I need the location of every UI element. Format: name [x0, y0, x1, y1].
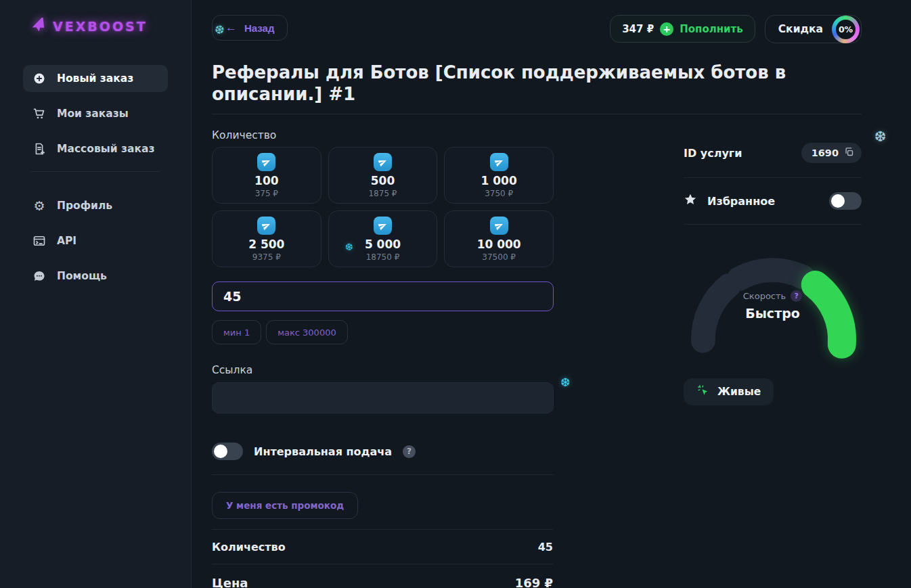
- interval-row: Интервальная подача ?: [212, 443, 554, 460]
- min-badge: мин 1: [212, 320, 261, 344]
- interval-label: Интервальная подача: [254, 445, 392, 458]
- discount-badge[interactable]: Скидка 0%: [765, 15, 862, 43]
- quantity-preset-card[interactable]: 10 000 37500 ₽: [444, 210, 554, 267]
- star-icon: [684, 193, 697, 209]
- telegram-icon: [374, 153, 392, 171]
- sidebar-item-label: Помощь: [57, 270, 107, 282]
- preset-price: 18750 ₽: [366, 252, 400, 262]
- sidebar-item-label: Профиль: [57, 200, 112, 212]
- plus-circle-icon: [32, 72, 46, 85]
- discount-ring-icon: 0%: [832, 16, 860, 43]
- sidebar-item-api[interactable]: API: [23, 227, 168, 254]
- cart-icon: [32, 107, 46, 120]
- summary-price-value: 169 ₽: [515, 576, 553, 588]
- sidebar-item-profile[interactable]: ⚙ Профиль: [23, 192, 168, 219]
- service-id-label: ID услуги: [684, 147, 742, 160]
- preset-price: 3750 ₽: [485, 189, 513, 198]
- gear-icon: ⚙: [32, 199, 46, 212]
- paper-plane-icon: [31, 18, 46, 35]
- speed-gauge: Скорость ? Быстро: [684, 239, 862, 355]
- sidebar-item-label: Массовый заказ: [57, 143, 154, 155]
- sidebar-item-bulk-order[interactable]: Массовый заказ: [23, 135, 168, 162]
- interval-toggle[interactable]: [212, 443, 243, 460]
- max-badge: макс 300000: [266, 320, 348, 344]
- sidebar-nav: Новый заказ Мои заказы Массовый заказ ⚙ …: [0, 65, 191, 290]
- preset-amount: 5 000: [365, 238, 401, 251]
- telegram-icon: [490, 153, 508, 171]
- copy-icon: [844, 147, 854, 159]
- discount-value: 0%: [836, 20, 856, 39]
- speed-value: Быстро: [684, 306, 862, 321]
- back-button[interactable]: ← Назад: [212, 15, 288, 41]
- divider: [684, 177, 862, 178]
- quantity-preset-card[interactable]: 2 500 9375 ₽: [212, 210, 321, 267]
- sidebar-item-my-orders[interactable]: Мои заказы: [23, 100, 168, 127]
- balance-topup-button[interactable]: 347 ₽ + Пополнить: [610, 15, 755, 43]
- telegram-icon: [374, 217, 392, 235]
- header: ← Назад 347 ₽ + Пополнить Скидка 0%: [212, 15, 862, 43]
- speed-label: Скорость: [743, 291, 786, 301]
- quantity-preset-card[interactable]: 100 375 ₽: [212, 147, 321, 204]
- speed-help-icon[interactable]: ?: [791, 290, 802, 302]
- chat-icon: [32, 269, 46, 283]
- cursor-click-icon: [696, 384, 710, 400]
- toggle-knob: [214, 445, 227, 458]
- favorite-row: Избранное: [684, 192, 862, 210]
- live-badge: Живые: [684, 378, 774, 405]
- sidebar-item-label: Новый заказ: [57, 72, 133, 85]
- preset-amount: 10 000: [477, 238, 521, 251]
- summary-quantity-label: Количество: [212, 541, 286, 553]
- divider: [212, 474, 554, 475]
- service-id-value: 1690: [812, 148, 839, 158]
- main-content: ← Назад 347 ₽ + Пополнить Скидка 0% Рефе…: [192, 0, 911, 588]
- preset-price: 1875 ₽: [368, 189, 397, 198]
- live-badge-label: Живые: [717, 386, 761, 398]
- quantity-preset-card[interactable]: 5 000 18750 ₽: [328, 210, 438, 267]
- order-form: Количество 100 375 ₽ 500 1875 ₽ 1 000 37…: [212, 114, 554, 588]
- quantity-label: Количество: [212, 129, 554, 141]
- sidebar-item-label: Мои заказы: [57, 108, 129, 120]
- logo[interactable]: VEXBOOST: [0, 18, 191, 35]
- quantity-input[interactable]: [212, 281, 554, 311]
- terminal-icon: [32, 234, 46, 248]
- link-input[interactable]: [212, 382, 554, 413]
- summary-price-label: Цена: [212, 576, 248, 588]
- discount-label: Скидка: [778, 23, 823, 35]
- sidebar-divider: [31, 171, 160, 172]
- service-id-copy-button[interactable]: 1690: [801, 143, 862, 163]
- sidebar: VEXBOOST Новый заказ Мои заказы Массовый…: [0, 0, 192, 588]
- file-plus-icon: [32, 142, 46, 156]
- arrow-left-icon: ←: [225, 21, 237, 35]
- telegram-icon: [257, 153, 275, 171]
- favorite-toggle[interactable]: [829, 192, 862, 210]
- sidebar-item-label: API: [57, 235, 76, 247]
- service-id-row: ID услуги 1690: [684, 143, 862, 163]
- help-icon[interactable]: ?: [403, 445, 416, 458]
- toggle-knob: [831, 194, 845, 208]
- back-button-label: Назад: [244, 22, 274, 34]
- sidebar-item-help[interactable]: Помощь: [23, 263, 168, 290]
- promo-code-button[interactable]: У меня есть промокод: [212, 492, 358, 519]
- logo-text: VEXBOOST: [53, 19, 148, 34]
- plus-circle-icon: +: [660, 22, 673, 36]
- divider: [684, 224, 862, 225]
- gauge-center-text: Скорость ? Быстро: [684, 290, 862, 321]
- topup-label: Пополнить: [680, 23, 743, 35]
- quantity-preset-card[interactable]: 500 1875 ₽: [328, 147, 438, 204]
- telegram-icon: [490, 217, 508, 235]
- preset-amount: 1 000: [481, 174, 517, 187]
- summary-quantity-row: Количество 45: [212, 530, 554, 564]
- page-title: Рефералы для Ботов [Список поддерживаемы…: [212, 62, 862, 105]
- balance-amount: 347 ₽: [622, 23, 654, 35]
- preset-price: 9375 ₽: [252, 252, 281, 262]
- favorite-label: Избранное: [707, 195, 775, 208]
- limit-badges: мин 1 макс 300000: [212, 320, 554, 344]
- telegram-icon: [257, 217, 275, 235]
- preset-amount: 500: [371, 174, 395, 187]
- summary-price-row: Цена 169 ₽: [212, 564, 554, 588]
- quantity-presets: 100 375 ₽ 500 1875 ₽ 1 000 3750 ₽ 2 500 …: [212, 147, 554, 267]
- link-label: Ссылка: [212, 364, 554, 376]
- quantity-preset-card[interactable]: 1 000 3750 ₽: [444, 147, 554, 204]
- preset-price: 375 ₽: [255, 189, 278, 198]
- sidebar-item-new-order[interactable]: Новый заказ: [23, 65, 168, 92]
